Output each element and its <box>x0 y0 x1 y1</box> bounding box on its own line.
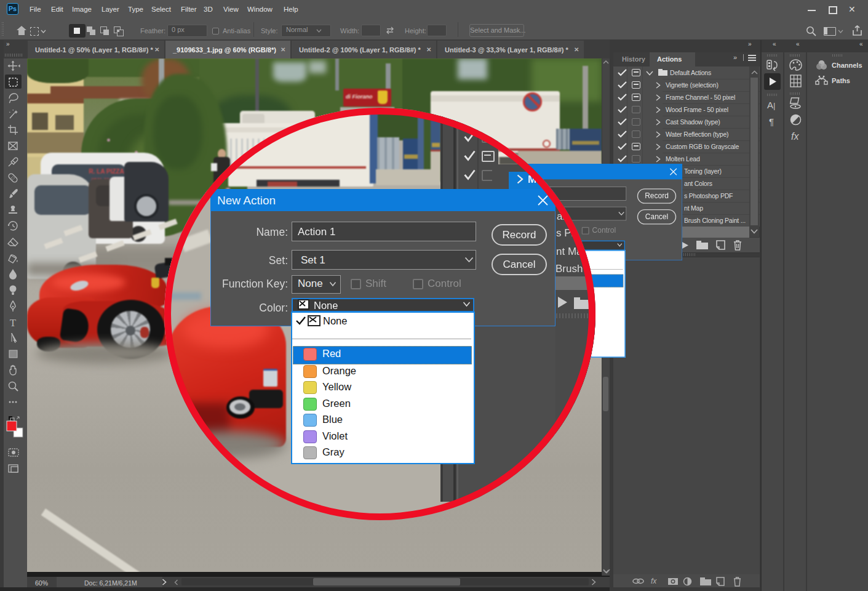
svg-text:T: T <box>10 317 17 329</box>
